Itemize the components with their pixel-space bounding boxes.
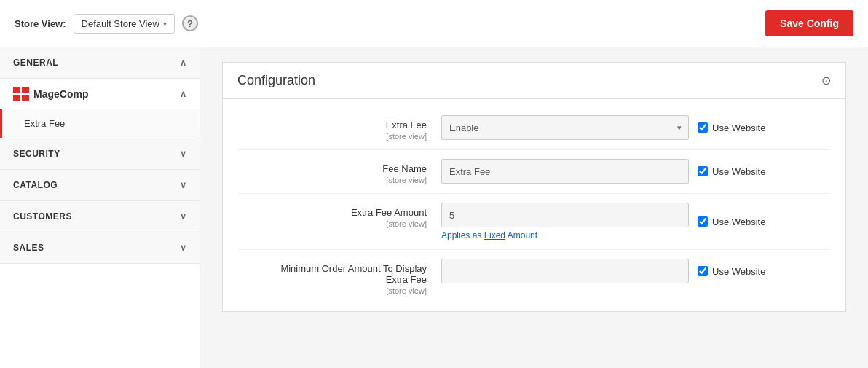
general-label: GENERAL (13, 58, 58, 68)
content-area: Configuration ⊙ Extra Fee [store view] E… (200, 47, 868, 368)
use-website-fee-name-label: Use Website (712, 166, 765, 177)
magecomp-label: MageComp (33, 88, 88, 100)
top-bar: Store View: Default Store View ▾ ? Save … (0, 0, 868, 47)
use-website-fee-name: Use Website (698, 166, 765, 177)
top-bar-left: Store View: Default Store View ▾ ? (15, 14, 198, 34)
sidebar-section-security: SECURITY ∨ (0, 138, 200, 170)
extra-fee-amount-col: Applies as Fixed Amount (441, 203, 689, 240)
form-row-fee-name: Fee Name [store view] Use Website (237, 150, 831, 194)
sidebar: GENERAL ∧ MageComp ∧ Extra Fee (0, 47, 200, 368)
magecomp-logo: MageComp (13, 87, 88, 101)
chevron-down-icon-security: ∨ (180, 149, 187, 159)
main-layout: GENERAL ∧ MageComp ∧ Extra Fee (0, 47, 868, 368)
extra-fee-amount-input[interactable] (441, 203, 689, 227)
sidebar-item-catalog[interactable]: CATALOG ∨ (0, 170, 200, 200)
config-panel: Configuration ⊙ Extra Fee [store view] E… (222, 62, 846, 312)
fee-name-label: Fee Name [store view] (237, 159, 441, 184)
chevron-down-icon-sales: ∨ (180, 243, 187, 253)
chevron-down-icon-catalog: ∨ (180, 180, 187, 190)
chevron-up-icon-magecomp: ∧ (180, 89, 186, 99)
svg-rect-2 (13, 93, 29, 95)
use-website-min-order-label: Use Website (712, 266, 765, 277)
use-website-extra-fee-amount-checkbox[interactable] (698, 216, 708, 227)
use-website-fee-name-checkbox[interactable] (698, 166, 708, 176)
extra-fee-label: Extra Fee (24, 118, 65, 129)
form-table: Extra Fee [store view] Enable Disable ▾ (223, 99, 845, 311)
use-website-min-order: Use Website (698, 266, 765, 277)
chevron-up-icon: ∧ (180, 58, 187, 68)
customers-label: CUSTOMERS (13, 211, 72, 222)
sidebar-section-customers: CUSTOMERS ∨ (0, 201, 200, 232)
fee-name-controls: Use Website (441, 159, 831, 184)
use-website-extra-fee-enable-label: Use Website (712, 122, 765, 133)
min-order-controls: Use Website (441, 259, 831, 283)
chevron-down-icon-customers: ∨ (180, 211, 187, 222)
sidebar-section-sales: SALES ∨ (0, 232, 200, 264)
form-row-extra-fee-enable: Extra Fee [store view] Enable Disable ▾ (237, 106, 831, 150)
fixed-link[interactable]: Fixed (484, 230, 505, 240)
extra-fee-amount-label: Extra Fee Amount [store view] (237, 203, 441, 228)
save-config-button[interactable]: Save Config (765, 10, 853, 36)
catalog-label: CATALOG (13, 180, 58, 190)
use-website-extra-fee-enable-checkbox[interactable] (698, 122, 708, 133)
fee-name-input[interactable] (441, 159, 689, 184)
form-row-extra-fee-amount: Extra Fee Amount [store view] Applies as… (237, 194, 831, 250)
extra-fee-enable-select-wrapper: Enable Disable ▾ (441, 115, 689, 140)
config-panel-title: Configuration (237, 73, 315, 88)
form-row-min-order: Minimum Order Amount To DisplayExtra Fee… (237, 250, 831, 304)
extra-fee-enable-label: Extra Fee [store view] (237, 115, 441, 141)
sidebar-item-general[interactable]: GENERAL ∧ (0, 47, 200, 78)
magecomp-logo-area: MageComp (13, 87, 88, 101)
use-website-min-order-checkbox[interactable] (698, 266, 708, 276)
min-order-input[interactable] (441, 259, 689, 283)
sidebar-item-magecomp[interactable]: MageComp ∧ (0, 79, 200, 109)
security-label: SECURITY (13, 149, 60, 159)
store-view-dropdown[interactable]: Default Store View ▾ (74, 14, 175, 34)
sidebar-item-customers[interactable]: CUSTOMERS ∨ (0, 201, 200, 232)
sales-label: SALES (13, 243, 44, 253)
collapse-button[interactable]: ⊙ (821, 74, 831, 87)
sidebar-section-magecomp: MageComp ∧ Extra Fee (0, 79, 200, 138)
sidebar-item-extra-fee[interactable]: Extra Fee (0, 109, 200, 138)
use-website-extra-fee-enable: Use Website (698, 122, 765, 133)
config-panel-header: Configuration ⊙ (223, 63, 845, 99)
help-icon[interactable]: ? (182, 15, 198, 31)
use-website-extra-fee-amount: Use Website (698, 216, 765, 227)
sidebar-item-sales[interactable]: SALES ∨ (0, 232, 200, 263)
use-website-extra-fee-amount-label: Use Website (712, 216, 765, 227)
store-view-label: Store View: (15, 18, 66, 29)
extra-fee-enable-select[interactable]: Enable Disable (441, 115, 689, 140)
extra-fee-amount-hint: Applies as Fixed Amount (441, 230, 689, 240)
store-view-value: Default Store View (82, 18, 159, 29)
extra-fee-amount-controls: Applies as Fixed Amount Use Website (441, 203, 831, 240)
sidebar-section-general: GENERAL ∧ (0, 47, 200, 79)
extra-fee-enable-controls: Enable Disable ▾ Use Website (441, 115, 831, 140)
sidebar-item-security[interactable]: SECURITY ∨ (0, 138, 200, 169)
sidebar-section-catalog: CATALOG ∨ (0, 170, 200, 201)
chevron-down-icon: ▾ (163, 20, 167, 28)
magecomp-logo-icon (13, 87, 29, 101)
min-order-label: Minimum Order Amount To DisplayExtra Fee… (237, 259, 441, 295)
